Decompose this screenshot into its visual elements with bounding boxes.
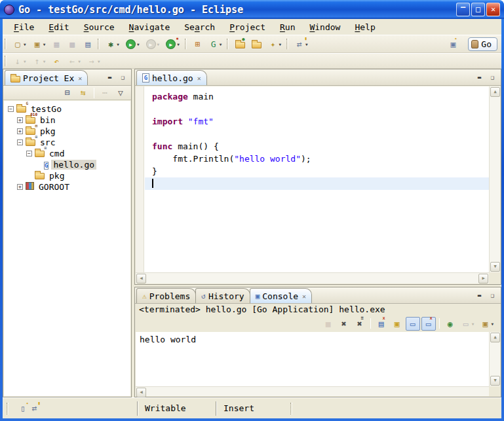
- tree-item-src[interactable]: −⊞src: [4, 137, 130, 148]
- expand-icon[interactable]: +: [17, 184, 23, 190]
- editor-tab-label: hello.go: [152, 73, 193, 83]
- scroll-left-icon[interactable]: ◀: [136, 274, 146, 284]
- open-go-type-icon[interactable]: ●: [233, 38, 248, 50]
- code-area[interactable]: package main import "fmt" func main() { …: [145, 86, 489, 272]
- minimize-editor-icon[interactable]: ▬: [474, 73, 485, 82]
- last-edit-location-icon[interactable]: ↶: [49, 54, 64, 68]
- tab-problems[interactable]: ⚠Problems: [136, 288, 196, 303]
- scroll-right-icon[interactable]: ▶: [478, 274, 488, 284]
- collapse-icon[interactable]: −: [8, 106, 14, 112]
- new-go-element-icon[interactable]: G▼: [206, 37, 225, 51]
- tree-item-bin[interactable]: +010bin: [4, 115, 130, 126]
- close-view-icon[interactable]: ✕: [301, 293, 306, 300]
- search-icon[interactable]: ✦▼: [265, 37, 284, 51]
- perspective-go-button[interactable]: Go: [468, 37, 497, 51]
- minimize-view-icon[interactable]: ▬: [474, 291, 485, 301]
- tree-item-testgo[interactable]: −GtestGo: [4, 103, 130, 115]
- menu-search[interactable]: Search: [177, 21, 222, 33]
- expand-icon[interactable]: +: [17, 128, 23, 134]
- close-button[interactable]: ✕: [486, 3, 500, 16]
- scroll-up-icon[interactable]: ▲: [490, 87, 500, 97]
- external-tools-icon[interactable]: ▶▪▼: [163, 37, 182, 51]
- tree-item-pkg[interactable]: pkg: [4, 170, 130, 181]
- trim-widget-icon[interactable]: ⇄▮: [32, 403, 37, 413]
- scroll-left-icon[interactable]: ◀: [136, 388, 146, 397]
- open-perspective-icon[interactable]: ▣✦: [446, 37, 460, 51]
- debug-icon[interactable]: ✱▼: [104, 37, 122, 51]
- maximize-button[interactable]: □: [471, 3, 485, 16]
- maximize-editor-icon[interactable]: ❑: [487, 73, 498, 82]
- minimize-view-icon[interactable]: ▬: [104, 73, 115, 82]
- perspective-switcher: ▣✦ Go: [442, 35, 497, 52]
- link-editor-icon[interactable]: ⇆: [76, 86, 90, 100]
- close-editor-icon[interactable]: ✕: [196, 75, 201, 82]
- menu-source[interactable]: Source: [77, 21, 122, 33]
- new-go-file-icon[interactable]: ▣▼: [30, 37, 48, 51]
- console-output[interactable]: hello world: [136, 332, 489, 386]
- tree-item-cmd[interactable]: −⊞cmd: [4, 148, 130, 159]
- menu-navigate[interactable]: Navigate: [122, 21, 178, 33]
- remove-launch-icon[interactable]: ✖: [337, 317, 351, 331]
- workbench-area: Project Ex ✕ ▬ ❑ ⊟⇆⋯▽ −GtestGo+010bin+▤p…: [3, 69, 501, 397]
- menu-window[interactable]: Window: [302, 21, 347, 33]
- tab-hello-go[interactable]: G hello.go ✕: [136, 70, 207, 85]
- run-icon[interactable]: ▶▼: [123, 37, 142, 51]
- tree-item-hello-go[interactable]: Ghello.go: [4, 159, 130, 170]
- scroll-down-icon[interactable]: ▼: [490, 262, 500, 272]
- menu-edit[interactable]: Edit: [41, 21, 76, 33]
- misc-tool-dropdown-icon[interactable]: ▼: [305, 42, 308, 46]
- eclipse-logo-icon: [4, 5, 14, 15]
- open-resource-icon[interactable]: [249, 38, 264, 50]
- collapse-all-icon[interactable]: ⊟: [60, 86, 75, 100]
- project-tree[interactable]: −GtestGo+010bin+▤pkg−⊞src−⊞cmdGhello.gop…: [4, 101, 130, 396]
- external-tools-dropdown-icon[interactable]: ▼: [177, 42, 180, 46]
- title-bar[interactable]: Go - testGo/src/cmd/hello.go - Eclipse —…: [0, 0, 504, 19]
- tab-label: History: [208, 291, 244, 301]
- remove-all-launches-icon[interactable]: ✖≡: [353, 317, 367, 331]
- editor-horizontal-scrollbar[interactable]: ◀ ▶: [136, 272, 489, 284]
- minimize-button[interactable]: —: [456, 3, 470, 16]
- collapse-icon[interactable]: −: [26, 151, 32, 156]
- console-vertical-scrollbar[interactable]: ▲ ▼: [489, 332, 500, 386]
- clear-console-icon[interactable]: ▤x: [374, 317, 389, 331]
- search-dropdown-icon[interactable]: ▼: [279, 42, 281, 46]
- debug-dropdown-icon[interactable]: ▼: [117, 42, 119, 46]
- new-go-file-dropdown-icon[interactable]: ▼: [43, 42, 46, 46]
- show-stdout-icon[interactable]: ▭: [406, 317, 420, 331]
- fast-view-icon[interactable]: ▯✦: [20, 403, 26, 413]
- print-icon[interactable]: ▤: [81, 37, 95, 51]
- show-stderr-icon[interactable]: ▭x: [421, 317, 436, 331]
- menu-help[interactable]: Help: [347, 21, 382, 33]
- console-horizontal-scrollbar[interactable]: ◀: [136, 386, 489, 396]
- new-wizard-icon[interactable]: ▢▼: [10, 37, 29, 51]
- tab-history[interactable]: ↺History: [195, 288, 250, 303]
- scroll-down-icon[interactable]: ▼: [490, 376, 500, 386]
- scroll-up-icon[interactable]: ▲: [490, 333, 500, 342]
- maximize-view-icon[interactable]: ❑: [117, 73, 128, 82]
- open-perspective-button[interactable]: ▣✦: [442, 35, 463, 53]
- tree-item-label: src: [38, 137, 57, 147]
- new-project-icon[interactable]: ⊞: [191, 37, 205, 51]
- console-status-line: <terminated> hello.go [Go Application] h…: [135, 304, 501, 316]
- tree-item-goroot[interactable]: +GOROOT: [4, 181, 130, 192]
- maximize-view-icon[interactable]: ❑: [487, 291, 498, 301]
- scroll-lock-icon[interactable]: ▣: [390, 317, 404, 331]
- collapse-icon[interactable]: −: [17, 139, 23, 145]
- view-menu-icon[interactable]: ▽: [113, 86, 128, 100]
- pin-console-icon[interactable]: ◉: [443, 317, 457, 331]
- new-wizard-dropdown-icon[interactable]: ▼: [24, 42, 26, 46]
- tab-project-explorer[interactable]: Project Ex ✕: [5, 70, 88, 85]
- tree-item-pkg[interactable]: +▤pkg: [4, 126, 130, 137]
- expand-icon[interactable]: +: [17, 117, 23, 123]
- misc-tool-icon[interactable]: ⇄▮▼: [292, 37, 311, 51]
- close-view-icon[interactable]: ✕: [77, 75, 82, 82]
- editor-vertical-scrollbar[interactable]: ▲ ▼: [489, 86, 500, 272]
- menu-file[interactable]: File: [7, 21, 41, 33]
- run-dropdown-icon[interactable]: ▼: [137, 42, 140, 46]
- new-go-element-dropdown-icon[interactable]: ▼: [220, 42, 222, 46]
- open-console-dropdown-icon[interactable]: ▼: [491, 321, 494, 326]
- menu-run[interactable]: Run: [273, 21, 302, 33]
- menu-project[interactable]: Project: [222, 21, 273, 33]
- tab-console[interactable]: ▣Console✕: [250, 288, 312, 303]
- open-console-icon[interactable]: ▣▼: [478, 317, 496, 331]
